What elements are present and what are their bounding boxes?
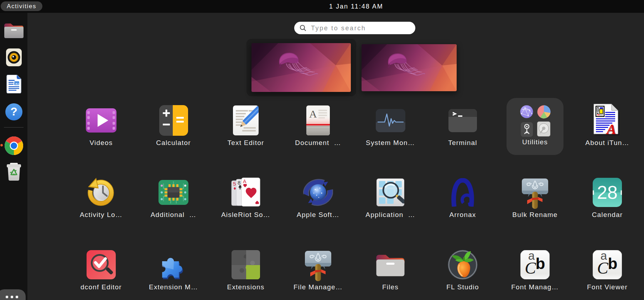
svg-text:A: A — [243, 179, 246, 184]
svg-text:28: 28 — [597, 182, 618, 203]
svg-text:?: ? — [10, 105, 17, 118]
svg-text:A: A — [606, 121, 616, 137]
svg-text:5: 5 — [233, 181, 236, 187]
svg-text:8: 8 — [238, 180, 240, 186]
